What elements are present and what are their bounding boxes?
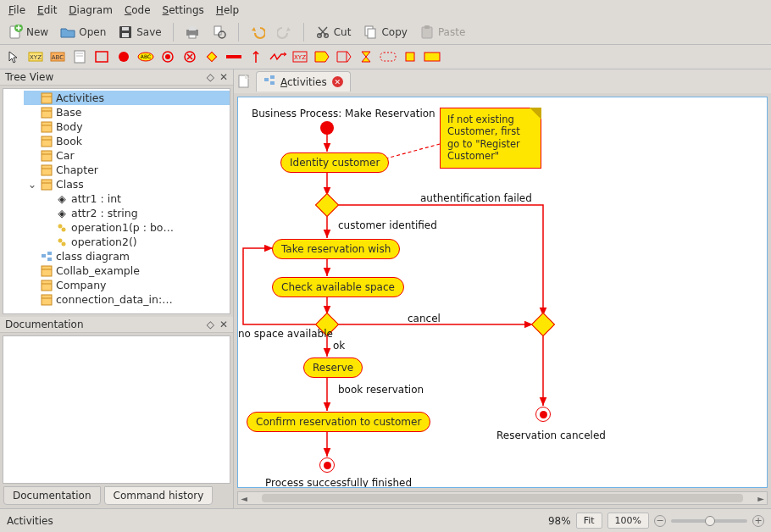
tool-note[interactable]: ABC [49, 48, 66, 65]
tree-item[interactable]: Company [24, 278, 230, 292]
tool-dashed-rect[interactable] [380, 48, 397, 65]
note-register-customer[interactable]: If not existing Customer, first go to "R… [440, 108, 541, 169]
menu-settings[interactable]: Settings [158, 2, 209, 19]
tree-item[interactable]: Collab_example [24, 263, 230, 278]
tree-item[interactable]: class diagram [24, 249, 230, 263]
end-success[interactable] [319, 457, 335, 473]
tree-item[interactable]: Chapter [24, 163, 230, 177]
svg-rect-58 [47, 258, 52, 261]
tree-member[interactable]: operation1(p : bo… [39, 220, 230, 235]
status-bar: Activities 98% Fit 100% − + [0, 508, 771, 532]
tool-pointer[interactable] [5, 48, 22, 65]
copy-button[interactable]: Copy [358, 22, 411, 42]
svg-text:XYZ: XYZ [30, 54, 42, 61]
menu-help[interactable]: Help [211, 2, 244, 19]
tool-decision[interactable] [203, 48, 220, 65]
panel-menu-icon[interactable]: ◇ [207, 319, 214, 330]
svg-point-54 [58, 238, 63, 242]
tool-page[interactable] [71, 48, 88, 65]
palette-toolbar: XYZ ABC ABC XYZ [0, 45, 771, 69]
tool-hourglass[interactable] [358, 48, 374, 65]
tool-bar[interactable] [225, 48, 242, 65]
paste-button[interactable]: Paste [415, 22, 469, 42]
tree-item[interactable]: Body [24, 119, 230, 134]
start-node[interactable] [320, 121, 334, 135]
end-canceled[interactable] [535, 407, 551, 422]
print-button[interactable] [180, 22, 204, 42]
svg-rect-56 [42, 254, 46, 258]
tool-tag[interactable] [313, 48, 330, 65]
activity-identity[interactable]: Identity customer [280, 152, 389, 173]
scroll-right-icon[interactable]: ► [755, 494, 767, 503]
horizontal-scrollbar[interactable]: ◄ ► [237, 491, 768, 505]
svg-rect-67 [270, 75, 275, 79]
tool-zigzag[interactable] [269, 48, 286, 65]
tree-member[interactable]: ◈attr2 : string [39, 206, 230, 220]
tree-item[interactable]: Activities [24, 91, 230, 105]
svg-rect-40 [42, 108, 52, 118]
tree-item[interactable]: Car [24, 148, 230, 163]
diagram-canvas[interactable]: Business Process: Make Reservation Ident… [238, 97, 763, 488]
label-canceled: Reservation canceled [496, 429, 606, 441]
activity-reserve[interactable]: Reserve [303, 357, 363, 378]
zoom-100-button[interactable]: 100% [607, 513, 649, 529]
zoom-slider-knob[interactable] [705, 516, 715, 526]
tool-small-square[interactable] [402, 48, 419, 65]
documentation-textarea[interactable] [3, 335, 230, 484]
activity-confirm[interactable]: Confirm reservation to customer [247, 412, 430, 432]
tab-documentation[interactable]: Documentation [3, 486, 101, 505]
open-button[interactable]: Open [56, 22, 110, 42]
zoom-slider[interactable] [671, 519, 747, 523]
zoom-out-button[interactable]: − [654, 515, 666, 527]
tab-command-history[interactable]: Command history [104, 486, 214, 505]
panel-close-icon[interactable]: ✕ [219, 71, 228, 83]
new-tab-icon[interactable] [237, 74, 252, 89]
redo-button[interactable] [273, 22, 297, 42]
zoom-in-button[interactable]: + [752, 515, 764, 527]
merge-canceled[interactable] [531, 313, 555, 336]
cut-button[interactable]: Cut [311, 22, 356, 42]
tab-close-icon[interactable]: ✕ [332, 76, 343, 87]
canvas-scroll[interactable]: Business Process: Make Reservation Ident… [237, 97, 768, 488]
separator [173, 23, 174, 42]
save-button[interactable]: Save [114, 22, 165, 42]
menu-file[interactable]: File [3, 2, 31, 19]
svg-text:ABC: ABC [141, 53, 151, 59]
tool-label-oval[interactable]: ABC [137, 48, 154, 65]
panel-close-icon[interactable]: ✕ [219, 319, 228, 330]
separator [238, 23, 239, 42]
activity-check-space[interactable]: Check available space [272, 277, 404, 297]
tree-item[interactable]: Base [24, 105, 230, 119]
tool-arrow-up[interactable] [247, 48, 264, 65]
scroll-left-icon[interactable]: ◄ [238, 494, 250, 503]
menu-edit[interactable]: Edit [32, 2, 62, 19]
edge-label-book: book reservation [338, 384, 424, 396]
tree-scroll[interactable]: ActivitiesBaseBodyBookCarChapter⌄Class◈a… [3, 88, 230, 314]
panel-menu-icon[interactable]: ◇ [207, 71, 214, 83]
zoom-fit-button[interactable]: Fit [576, 513, 602, 529]
main-toolbar: New Open Save Cut Copy Paste [0, 20, 771, 45]
tool-wide-rect[interactable] [424, 48, 441, 65]
tool-initial[interactable] [115, 48, 132, 65]
undo-button[interactable] [246, 22, 269, 42]
decision-auth[interactable] [315, 193, 339, 217]
tool-rect[interactable] [93, 48, 110, 65]
tool-final[interactable] [159, 48, 176, 65]
tool-tag2[interactable] [336, 48, 352, 65]
tree-member[interactable]: ◈attr1 : int [39, 191, 230, 206]
activity-take-wish[interactable]: Take reservation wish [272, 239, 400, 259]
print-preview-button[interactable] [208, 22, 231, 42]
menu-code[interactable]: Code [119, 2, 156, 19]
tool-xyz-box[interactable]: XYZ [291, 48, 308, 65]
tree-item-class[interactable]: ⌄Class [24, 177, 230, 191]
tree-item[interactable]: Book [24, 134, 230, 148]
svg-point-52 [58, 224, 63, 228]
tool-text-xyz[interactable]: XYZ [27, 48, 44, 65]
tab-activities[interactable]: Activities ✕ [256, 71, 351, 91]
menu-diagram[interactable]: Diagram [64, 2, 118, 19]
tree-item[interactable]: connection_data_in:… [24, 292, 230, 307]
scrollbar-thumb[interactable] [262, 494, 743, 502]
new-button[interactable]: New [3, 22, 53, 42]
tree-member[interactable]: operation2() [39, 235, 230, 249]
tool-cancel-circle[interactable] [181, 48, 198, 65]
